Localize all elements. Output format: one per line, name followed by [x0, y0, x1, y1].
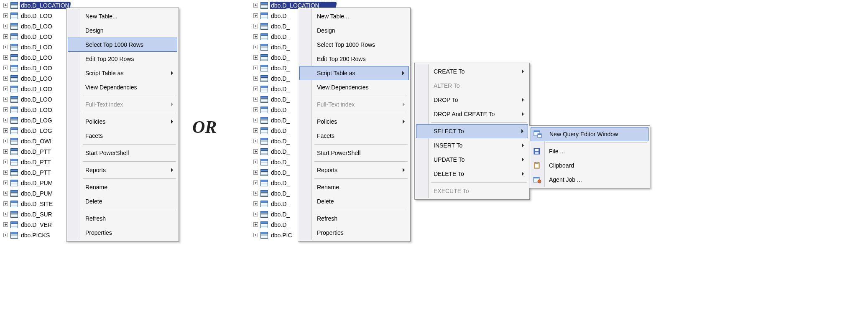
expand-icon[interactable]	[3, 97, 8, 102]
menu-item-label: EXECUTE To	[434, 188, 469, 194]
expand-icon[interactable]	[253, 180, 258, 185]
menu-item-facets[interactable]: Facets	[68, 129, 177, 143]
node-label: dbo.D_SITE	[20, 200, 54, 208]
expand-icon[interactable]	[3, 86, 8, 91]
menu-item-view-dependencies[interactable]: View Dependencies	[299, 80, 409, 94]
menu-item-design[interactable]: Design	[299, 23, 409, 38]
expand-icon[interactable]	[3, 201, 8, 206]
menu-item-rename[interactable]: Rename	[299, 180, 409, 194]
expand-icon[interactable]	[3, 128, 8, 133]
expand-icon[interactable]	[3, 45, 8, 49]
expand-icon[interactable]	[3, 24, 8, 28]
menu-item-label: New Table...	[317, 13, 349, 20]
node-label: dbo.D_	[270, 117, 291, 124]
menu-item-refresh[interactable]: Refresh	[299, 211, 409, 226]
menu-item-delete-to[interactable]: DELETE To	[416, 167, 528, 181]
menu-item-reports[interactable]: Reports	[68, 163, 177, 177]
node-label: dbo.D_	[270, 137, 291, 145]
expand-icon[interactable]	[253, 45, 258, 49]
menu-item-facets[interactable]: Facets	[299, 129, 409, 143]
menu-item-clipboard[interactable]: Clipboard	[531, 158, 648, 173]
menu-item-select-top[interactable]: Select Top 1000 Rows	[299, 38, 409, 52]
menu-item-reports[interactable]: Reports	[299, 163, 409, 177]
menu-item-create-to[interactable]: CREATE To	[416, 64, 528, 79]
menu-item-new-table[interactable]: New Table...	[68, 9, 177, 23]
menu-item-script-as[interactable]: Script Table as	[299, 66, 409, 80]
expand-icon[interactable]	[253, 128, 258, 133]
menu-item-insert-to[interactable]: INSERT To	[416, 138, 528, 153]
expand-icon[interactable]	[3, 212, 8, 216]
expand-icon[interactable]	[253, 66, 258, 70]
expand-icon[interactable]	[3, 139, 8, 143]
node-label: dbo.D_LOO	[20, 64, 54, 72]
menu-item-drop-create-to[interactable]: DROP And CREATE To	[416, 107, 528, 121]
node-label: dbo.PIC	[270, 231, 294, 239]
expand-icon[interactable]	[253, 86, 258, 91]
expand-icon[interactable]	[253, 139, 258, 143]
expand-icon[interactable]	[253, 118, 258, 122]
node-label: dbo.D_	[270, 85, 291, 93]
expand-icon[interactable]	[3, 222, 8, 227]
expand-icon[interactable]	[253, 97, 258, 102]
expand-icon[interactable]	[3, 66, 8, 70]
menu-item-policies[interactable]: Policies	[299, 114, 409, 129]
expand-icon[interactable]	[3, 170, 8, 175]
menu-item-policies[interactable]: Policies	[68, 114, 177, 129]
node-label: dbo.D_PUM	[20, 190, 54, 197]
expand-icon[interactable]	[253, 34, 258, 39]
menu-item-file[interactable]: File ...	[531, 144, 648, 158]
expand-icon[interactable]	[253, 55, 258, 60]
expand-icon[interactable]	[253, 149, 258, 154]
expand-icon[interactable]	[3, 3, 8, 8]
table-icon	[260, 96, 268, 103]
menu-item-delete[interactable]: Delete	[299, 194, 409, 208]
table-icon	[260, 180, 268, 186]
expand-icon[interactable]	[3, 160, 8, 164]
expand-icon[interactable]	[253, 107, 258, 112]
menu-item-design[interactable]: Design	[68, 23, 177, 38]
expand-icon[interactable]	[3, 76, 8, 81]
expand-icon[interactable]	[253, 222, 258, 227]
expand-icon[interactable]	[3, 118, 8, 122]
menu-item-select-top[interactable]: Select Top 1000 Rows	[68, 38, 177, 52]
menu-item-properties[interactable]: Properties	[299, 226, 409, 240]
object-explorer-pane-right: dbo.D_LOCATION dbo.D_dbo.D_dbo.D_dbo.D_d…	[250, 0, 430, 249]
expand-icon[interactable]	[3, 34, 8, 39]
expand-icon[interactable]	[253, 170, 258, 175]
expand-icon[interactable]	[253, 233, 258, 237]
expand-icon[interactable]	[253, 212, 258, 216]
expand-icon[interactable]	[3, 149, 8, 154]
expand-icon[interactable]	[253, 160, 258, 164]
menu-item-new-query-editor[interactable]: New Query Editor Window	[531, 127, 648, 141]
expand-icon[interactable]	[3, 180, 8, 185]
menu-item-update-to[interactable]: UPDATE To	[416, 153, 528, 167]
node-label: dbo.D_	[270, 33, 291, 41]
menu-item-script-as[interactable]: Script Table as	[68, 66, 177, 80]
expand-icon[interactable]	[3, 233, 8, 237]
menu-item-refresh[interactable]: Refresh	[68, 211, 177, 226]
menu-item-start-powershell[interactable]: Start PowerShell	[68, 146, 177, 160]
menu-item-start-powershell[interactable]: Start PowerShell	[299, 146, 409, 160]
expand-icon[interactable]	[253, 24, 258, 28]
expand-icon[interactable]	[3, 107, 8, 112]
menu-item-rename[interactable]: Rename	[68, 180, 177, 194]
svg-rect-5	[535, 149, 539, 151]
expand-icon[interactable]	[253, 3, 258, 8]
menu-item-select-to[interactable]: SELECT To	[416, 124, 528, 138]
menu-item-edit-top[interactable]: Edit Top 200 Rows	[68, 52, 177, 66]
expand-icon[interactable]	[253, 76, 258, 81]
expand-icon[interactable]	[3, 55, 8, 60]
menu-item-properties[interactable]: Properties	[68, 226, 177, 240]
expand-icon[interactable]	[253, 201, 258, 206]
menu-item-new-table[interactable]: New Table...	[299, 9, 409, 23]
menu-item-drop-to[interactable]: DROP To	[416, 93, 528, 107]
expand-icon[interactable]	[3, 191, 8, 196]
menu-item-delete[interactable]: Delete	[68, 194, 177, 208]
menu-item-agent-job[interactable]: Agent Job ...	[531, 173, 648, 187]
expand-icon[interactable]	[3, 13, 8, 18]
menu-item-edit-top[interactable]: Edit Top 200 Rows	[299, 52, 409, 66]
expand-icon[interactable]	[253, 13, 258, 18]
expand-icon[interactable]	[253, 191, 258, 196]
menu-item-view-dependencies[interactable]: View Dependencies	[68, 80, 177, 94]
node-label: dbo.D_LOG	[20, 117, 54, 124]
